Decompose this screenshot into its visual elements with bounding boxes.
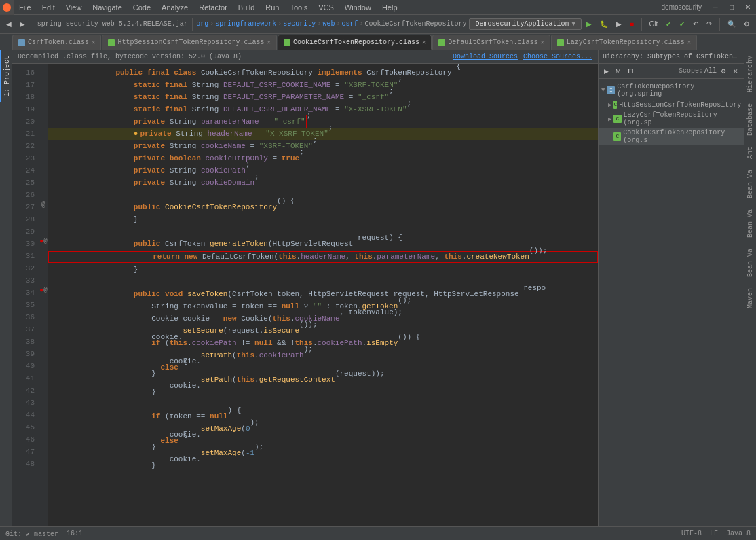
hier-method-btn[interactable]: ▶ <box>601 65 611 77</box>
toolbar-forward-button[interactable]: ▶ <box>16 17 29 32</box>
menu-analyze[interactable]: Analyze <box>156 2 193 13</box>
scope-value: All <box>704 67 717 75</box>
java-version: Java 8 <box>726 530 751 537</box>
line-numbers: 16 17 18 19 20 21 22 23 24 25 26 27 28 2… <box>12 64 39 526</box>
breadcrumb-web[interactable]: web <box>322 20 335 28</box>
git-status: Git: ✔ master <box>5 530 58 538</box>
tab-close-cookiecsrf[interactable]: ✕ <box>422 39 426 46</box>
window-controls: ─ □ ✕ <box>707 0 756 15</box>
choose-sources-link[interactable]: Choose Sources... <box>523 53 592 60</box>
class-icon-lazycsrf: C <box>613 115 621 123</box>
checkmark2-button[interactable]: ✔ <box>676 17 688 32</box>
menu-tools[interactable]: Tools <box>284 2 313 13</box>
undo-button[interactable]: ↶ <box>689 17 702 32</box>
toolbar-sep-3 <box>641 18 642 31</box>
encoding: UTF-8 <box>681 530 702 537</box>
hier-scope-btn[interactable]: ⧠ <box>625 65 637 77</box>
toolbar-sep-4 <box>719 18 720 31</box>
search-everywhere-button[interactable]: 🔍 <box>724 17 739 32</box>
breadcrumb-class: CookieCsrfTokenRepository <box>364 20 466 28</box>
tree-item-lazycsrf[interactable]: ▶ C LazyCsrfTokenRepository (org.sp <box>599 110 744 128</box>
tab-close-defaultcsrf[interactable]: ✕ <box>540 39 544 46</box>
side-tab-database[interactable]: Database <box>744 98 756 141</box>
menu-help[interactable]: Help <box>377 2 403 13</box>
hier-field-btn[interactable]: M <box>613 65 624 77</box>
tab-icon-cookiecsrf <box>284 39 290 46</box>
side-tab-beanva1[interactable]: Bean Va <box>744 164 756 204</box>
side-tab-beanva3[interactable]: Bean Va <box>744 243 756 283</box>
tab-close-httpsession[interactable]: ✕ <box>267 39 270 46</box>
coverage-button[interactable]: ▶ <box>613 17 625 32</box>
git-button[interactable]: Git <box>646 17 662 32</box>
run-button[interactable]: ▶ <box>583 17 595 32</box>
download-sources-link[interactable]: Download Sources <box>453 53 518 60</box>
editor-area: Decompiled .class file, bytecode version… <box>12 50 598 526</box>
settings-button[interactable]: ⚙ <box>740 17 753 32</box>
toolbar: ◀ ▶ spring-security-web-5.2.4.RELEASE.ja… <box>0 15 756 34</box>
line-col: 16:1 <box>67 530 83 537</box>
toolbar-back-button[interactable]: ◀ <box>3 17 15 32</box>
svg-point-0 <box>3 3 11 12</box>
run-config-label: DemosecurityApplication <box>475 20 569 28</box>
menu-view[interactable]: View <box>60 2 88 13</box>
tab-lazycsrf[interactable]: LazyCsrfTokenRepository.class ✕ <box>551 35 697 50</box>
tree-item-csrftokenrepository[interactable]: ▼ I CsrfTokenRepository (org.spring <box>599 82 744 99</box>
breadcrumb-springframework[interactable]: springframework <box>215 20 276 28</box>
project-name: demosecurity <box>656 3 707 11</box>
tree-item-httpsession[interactable]: ▶ C HttpSessionCsrfTokenRepository <box>599 99 744 110</box>
menu-build[interactable]: Build <box>233 2 260 13</box>
left-side-panel <box>0 34 12 50</box>
stop-button[interactable]: ■ <box>626 17 637 32</box>
tree-item-cookiecsrf[interactable]: C CookieCsrfTokenRepository (org.s <box>599 128 744 145</box>
maximize-button[interactable]: □ <box>723 0 740 15</box>
tab-httpsession[interactable]: HttpSessionCsrfTokenRepository.class ✕ <box>102 35 276 50</box>
checkmark-button[interactable]: ✔ <box>662 17 675 32</box>
menu-vcs[interactable]: VCS <box>313 2 339 13</box>
menu-window[interactable]: Window <box>339 2 377 13</box>
breadcrumb-org[interactable]: org <box>196 20 208 28</box>
interface-icon: I <box>607 86 615 94</box>
code-line-25: private String cookieDomain; <box>48 177 598 189</box>
code-line-42: } <box>48 386 598 398</box>
line-sep: LF <box>710 530 718 537</box>
toolbar-sep-1 <box>33 18 33 31</box>
tab-icon-defaultcsrf <box>438 39 445 46</box>
project-tab[interactable]: 1: Project <box>0 50 12 102</box>
app-logo <box>0 0 14 15</box>
tab-csrftoken[interactable]: CsrfToken.class ✕ <box>12 35 101 50</box>
tab-close-csrftoken[interactable]: ✕ <box>92 39 95 46</box>
menu-file[interactable]: File <box>14 2 37 13</box>
run-config-selector[interactable]: DemosecurityApplication ▼ <box>469 18 581 30</box>
side-tab-beanva2[interactable]: Bean Va <box>744 204 756 243</box>
hierarchy-title: Hierarchy: Subtypes of CsrfToken... <box>599 50 744 64</box>
side-tab-hierarchy[interactable]: Hierarchy <box>744 50 756 98</box>
tab-cookiecsrf[interactable]: CookieCsrfTokenRepository.class ✕ <box>278 35 432 50</box>
close-button[interactable]: ✕ <box>740 0 756 15</box>
class-icon-cookiecsrf: C <box>613 132 621 141</box>
breadcrumb-csrf[interactable]: csrf <box>341 20 358 28</box>
menu-run[interactable]: Run <box>260 2 284 13</box>
minimize-button[interactable]: ─ <box>707 0 723 15</box>
menu-edit[interactable]: Edit <box>37 2 60 13</box>
menu-refactor[interactable]: Refactor <box>193 2 233 13</box>
status-bar: Git: ✔ master 16:1 UTF-8 LF Java 8 <box>0 526 756 540</box>
side-tabs: Hierarchy Database Ant Bean Va Bean Va B… <box>744 50 756 526</box>
side-tab-maven[interactable]: Maven <box>744 283 756 314</box>
jar-label: spring-security-web-5.2.4.RELEASE.jar <box>37 20 188 28</box>
tab-icon-lazycsrf <box>557 39 564 46</box>
tab-defaultcsrf[interactable]: DefaultCsrfToken.class ✕ <box>432 35 550 50</box>
code-editor[interactable]: public final class CookieCsrfTokenReposi… <box>48 64 598 526</box>
hier-close-btn[interactable]: ✕ <box>730 65 741 77</box>
code-line-48: } <box>48 459 598 471</box>
scope-label: Scope: <box>679 67 703 75</box>
side-tab-ant[interactable]: Ant <box>744 141 756 164</box>
line-markers: @ ●@ ●@ <box>39 64 48 526</box>
menu-navigate[interactable]: Navigate <box>87 2 127 13</box>
debug-button[interactable]: 🐛 <box>597 17 611 32</box>
redo-button[interactable]: ↷ <box>703 17 715 32</box>
menu-code[interactable]: Code <box>128 2 156 13</box>
toolbar-sep-2 <box>192 18 193 31</box>
hier-settings-btn[interactable]: ⚙ <box>718 65 729 77</box>
tab-close-lazycsrf[interactable]: ✕ <box>687 39 691 46</box>
breadcrumb-security[interactable]: security <box>283 20 316 28</box>
